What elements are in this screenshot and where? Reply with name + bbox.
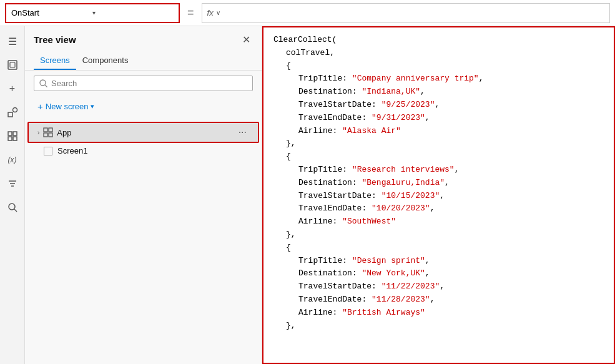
app-ellipsis-button[interactable]: ··· <box>236 127 249 138</box>
tab-screens[interactable]: Screens <box>34 52 76 70</box>
search-box-wrap <box>25 71 262 96</box>
svg-line-14 <box>45 85 47 87</box>
search-icon <box>39 79 47 87</box>
tree-header: Tree view ✕ <box>25 26 262 52</box>
svg-rect-18 <box>49 133 52 137</box>
svg-point-3 <box>12 108 17 112</box>
code-line-14: TravelEndDate: "10/20/2023", <box>273 202 604 215</box>
code-line-16: }, <box>273 229 604 242</box>
app-chevron-icon: › <box>37 129 39 136</box>
svg-rect-15 <box>44 128 47 132</box>
formula-bar: fx ∨ <box>202 3 610 23</box>
search-input[interactable] <box>51 79 247 88</box>
new-screen-label: New screen <box>46 102 89 111</box>
top-bar: OnStart ▾ = fx ∨ <box>0 0 615 26</box>
svg-rect-5 <box>13 132 17 135</box>
code-line-17: { <box>273 242 604 255</box>
svg-rect-4 <box>8 132 12 135</box>
tab-components[interactable]: Components <box>76 52 135 70</box>
code-line-4: TripTitle: "Company anniversary trip", <box>273 72 604 86</box>
code-line-5: Destination: "Indiana,UK", <box>273 86 604 99</box>
new-screen-chevron-icon: ▾ <box>91 102 94 111</box>
tree-panel-title: Tree view <box>34 34 76 45</box>
code-line-10: { <box>273 150 604 164</box>
add-icon[interactable]: + <box>2 79 22 99</box>
code-line-13: TravelStartDate: "10/15/2023", <box>273 190 604 203</box>
code-line-7: TravelEndDate: "9/31/2023", <box>273 112 604 125</box>
svg-rect-17 <box>44 133 47 137</box>
svg-rect-1 <box>10 62 15 67</box>
code-line-11: TripTitle: "Research interviews", <box>273 164 604 177</box>
search-box[interactable] <box>34 76 253 91</box>
code-line-2: colTravel, <box>273 47 604 60</box>
code-line-3: { <box>273 60 604 73</box>
data-icon[interactable] <box>2 126 22 146</box>
code-line-6: TravelStartDate: "9/25/2023", <box>273 99 604 112</box>
tree-items: › App ··· Screen1 <box>25 119 262 161</box>
svg-point-13 <box>40 80 46 86</box>
close-button[interactable]: ✕ <box>240 32 253 47</box>
app-label: App <box>57 128 232 137</box>
code-line-8: Airline: "Alaska Air" <box>273 125 604 138</box>
equals-sign: = <box>184 6 198 19</box>
screen1-checkbox[interactable] <box>44 147 52 155</box>
search-sidebar-icon[interactable] <box>2 197 22 217</box>
svg-rect-16 <box>49 128 52 132</box>
onstart-dropdown[interactable]: OnStart ▾ <box>5 3 180 23</box>
fx-chevron-icon: ∨ <box>216 9 220 16</box>
code-editor[interactable]: ClearCollect( colTravel, { TripTitle: "C… <box>262 26 615 364</box>
code-line-22: Airline: "British Airways" <box>273 307 604 320</box>
dropdown-value: OnStart <box>11 8 92 17</box>
new-screen-button[interactable]: + New screen ▾ <box>34 99 253 114</box>
svg-rect-2 <box>8 112 12 117</box>
app-tree-item[interactable]: › App ··· <box>27 122 259 143</box>
layers-icon[interactable] <box>2 55 22 75</box>
variable-icon[interactable]: (x) <box>2 150 22 170</box>
code-line-18: TripTitle: "Design sprint", <box>273 255 604 268</box>
tree-panel: Tree view ✕ Screens Components + <box>25 26 262 364</box>
filter-icon[interactable] <box>2 174 22 194</box>
svg-line-12 <box>14 209 17 212</box>
chevron-down-icon: ▾ <box>92 9 174 16</box>
svg-point-11 <box>9 204 15 210</box>
fx-label: fx <box>207 8 214 17</box>
code-line-9: }, <box>273 137 604 150</box>
shapes-icon[interactable] <box>2 102 22 122</box>
screen1-tree-item[interactable]: Screen1 <box>25 143 262 159</box>
code-line-12: Destination: "Bengaluru,India", <box>273 177 604 190</box>
icon-bar: ☰ + (x) <box>0 26 25 364</box>
code-line-19: Destination: "New York,UK", <box>273 267 604 280</box>
svg-rect-0 <box>8 61 17 69</box>
code-line-1: ClearCollect( <box>273 34 604 47</box>
main-content: ☰ + (x) Tree view ✕ Screens Comp <box>0 26 615 364</box>
svg-rect-7 <box>13 137 17 140</box>
plus-icon: + <box>37 101 43 112</box>
code-line-21: TravelEndDate: "11/28/2023", <box>273 293 604 307</box>
svg-rect-6 <box>8 137 12 140</box>
tabs-row: Screens Components <box>25 52 262 71</box>
screen1-label: Screen1 <box>57 146 87 155</box>
new-screen-row: + New screen ▾ <box>25 96 262 119</box>
code-line-15: Airline: "SouthWest" <box>273 215 604 229</box>
code-line-23: }, <box>273 320 604 333</box>
hamburger-icon[interactable]: ☰ <box>2 31 22 51</box>
app-grid-icon <box>43 127 53 137</box>
code-line-20: TravelStartDate: "11/22/2023", <box>273 280 604 293</box>
